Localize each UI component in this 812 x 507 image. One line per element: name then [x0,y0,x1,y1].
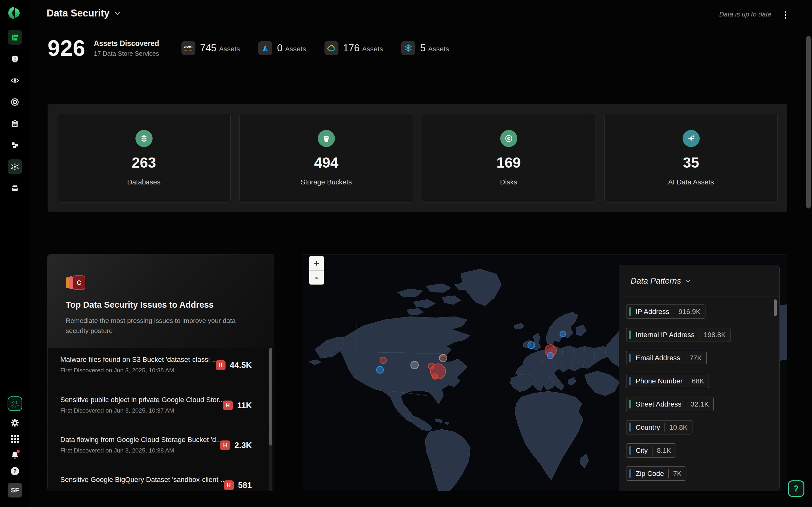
shield-alert-icon [11,55,19,63]
pattern-color-bar [629,377,631,385]
issue-list-item[interactable]: Sensitive Google BigQuery Dataset 'sandb… [48,468,274,491]
gear-icon [10,418,19,427]
map-marker[interactable] [439,354,447,362]
clipboard-list-icon [11,119,19,128]
pattern-divider [686,400,686,408]
snowflake-count: 5 [420,43,425,54]
pattern-color-bar [629,307,631,316]
pattern-count: 68K [692,377,704,385]
pattern-count: 32.1K [691,400,709,408]
data-pattern-chip[interactable]: Email Address77K [626,351,707,365]
user-avatar[interactable]: SF [8,483,22,498]
pattern-color-bar [629,469,631,478]
issues-scrollbar[interactable] [269,348,272,491]
apps-button[interactable] [10,435,19,443]
data-patterns-header[interactable]: Data Patterns [619,265,779,297]
map-marker[interactable] [547,352,554,359]
sidebar-item-threat-center[interactable] [8,95,22,109]
data-pattern-chip[interactable]: Street Address32.1K [626,397,714,411]
card-databases[interactable]: 263 Databases [57,113,231,203]
pattern-label: Zip Code [636,469,664,478]
provider-azure[interactable]: 0Assets [258,41,306,55]
severity-stack-icon: C [66,275,85,290]
question-icon: ? [11,467,19,475]
pattern-label: Phone Number [636,377,682,385]
zoom-in-button[interactable]: + [309,256,324,270]
pattern-label: Email Address [636,354,680,362]
severity-high-badge: H [216,360,225,370]
sparkle-icon [682,130,700,147]
storage-buckets-count: 494 [314,154,339,171]
sidebar-item-marketplace[interactable] [8,181,22,195]
target-icon [10,98,19,107]
databases-label: Databases [127,178,160,186]
brand-logo-icon[interactable] [8,6,22,20]
map-marker[interactable] [376,366,384,374]
data-pattern-chip[interactable]: Phone Number68K [626,374,709,388]
snowflake-icon [401,41,415,55]
provider-snowflake[interactable]: 5Assets [401,41,449,55]
map-marker[interactable] [428,363,434,369]
page-title[interactable]: Data Security [47,8,120,19]
sidebar: ? SF [0,0,30,507]
data-pattern-chip[interactable]: Country10.8K [626,420,693,435]
pattern-color-bar [629,423,631,432]
issue-count: 11K [237,400,252,410]
assets-discovered-label: Assets Discovered [94,39,159,48]
card-disks[interactable]: 169 Disks [422,113,595,203]
issue-list-item[interactable]: Data flowing from Google Cloud Storage B… [48,428,274,468]
map-marker[interactable] [432,373,438,380]
sidebar-item-dashboard[interactable] [8,30,22,45]
ai-assistant-button[interactable] [8,396,22,411]
sidebar-item-data-security[interactable] [8,159,22,174]
map-marker[interactable] [410,361,419,369]
sidebar-item-compliance[interactable] [8,116,22,131]
help-button[interactable]: ? [10,467,19,475]
data-pattern-chip[interactable]: Zip Code7K [626,466,687,481]
sidebar-item-visibility[interactable] [8,73,22,88]
azure-count: 0 [277,43,282,54]
data-pattern-chip[interactable]: IP Address916.9K [626,304,705,319]
data-pattern-chip[interactable]: Internal IP Address198.8K [626,328,730,342]
data-pattern-chip[interactable]: City8.1K [626,443,676,458]
sidebar-item-inventory[interactable] [8,138,22,153]
help-fab-button[interactable]: ? [788,481,804,497]
snowflake-count-label: Assets [428,45,449,53]
issue-count: 2.3K [235,441,252,450]
aws-icon: aws [182,41,195,55]
provider-aws[interactable]: aws 745Assets [182,41,240,55]
critical-badge: C [72,275,85,290]
data-freshness-status: Data is up to date [719,10,771,18]
map-marker[interactable] [560,331,566,337]
notification-badge [17,450,20,453]
pattern-divider [699,331,699,339]
issue-list-item[interactable]: Sensitive public object in private Googl… [48,388,274,428]
map-marker[interactable] [380,357,387,364]
provider-gcp[interactable]: 176Assets [324,41,383,55]
issue-count: 44.5K [230,360,252,370]
issues-panel-description: Remediate the most pressing issues to im… [66,316,256,336]
pattern-count: 198.8K [704,331,726,339]
sidebar-item-issues[interactable] [8,52,22,66]
disks-count: 169 [496,154,521,171]
pattern-count: 10.8K [669,424,688,432]
kebab-menu-icon[interactable] [782,9,789,20]
pattern-count: 7K [673,469,681,478]
card-ai-data-assets[interactable]: 35 AI Data Assets [604,113,778,203]
map-marker[interactable] [527,341,535,349]
notifications-button[interactable] [10,451,19,459]
pattern-count: 916.9K [678,308,701,316]
ai-data-assets-label: AI Data Assets [668,178,714,186]
pattern-color-bar [629,446,631,455]
issue-list-item[interactable]: Malware files found on S3 Bucket 'datase… [48,348,274,388]
disks-label: Disks [500,178,517,186]
apps-grid-icon [11,435,19,443]
data-patterns-scrollbar[interactable] [774,299,777,316]
card-storage-buckets[interactable]: 494 Storage Buckets [240,113,413,203]
settings-button[interactable] [10,418,19,427]
zoom-out-button[interactable]: - [309,270,324,285]
chevron-down-icon [686,279,691,283]
aws-count-label: Assets [219,45,240,53]
page-scrollbar[interactable] [806,36,811,209]
provider-stats: aws 745Assets 0Assets [182,41,449,55]
